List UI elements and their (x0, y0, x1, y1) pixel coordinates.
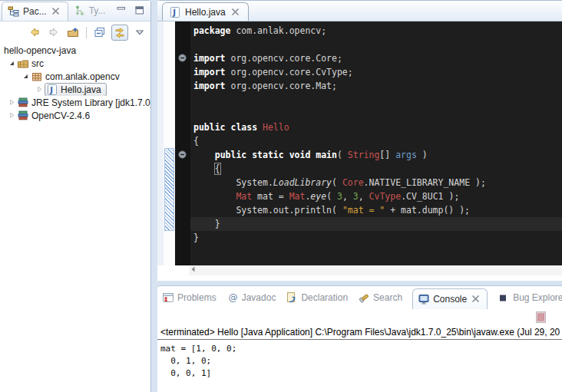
view-tab-pac[interactable]: Pac... (2, 2, 68, 21)
tree-expanded-arrow-icon[interactable] (8, 59, 17, 68)
view-window-buttons (115, 5, 146, 17)
code-segment: ( (337, 150, 348, 160)
bug-icon (498, 292, 510, 304)
view-tab-javadoc[interactable]: @Javadoc (226, 292, 276, 304)
code-segment: [] (379, 150, 395, 160)
code-segment: Hello (263, 122, 289, 133)
editor-hscroll-row (157, 265, 562, 281)
code-segment: public static void main (215, 150, 337, 160)
link-with-editor-button[interactable] (111, 25, 128, 41)
view-tab-label: Pac... (23, 6, 47, 17)
view-tab-label: Console (433, 294, 467, 305)
fold-collapse-icon[interactable] (178, 150, 190, 163)
code-segment: .NATIVE_LIBRARY_NAME ); (364, 177, 486, 188)
view-tab-declaration[interactable]: Declaration (286, 292, 348, 304)
fold-collapse-icon[interactable] (178, 54, 190, 66)
minimize-icon[interactable] (115, 5, 127, 17)
code-line-5: import org.opencv.core.Mat; (190, 79, 562, 93)
close-icon[interactable] (50, 5, 62, 18)
link-with-editor-icon (114, 26, 126, 38)
tree-collapsed-arrow-icon[interactable] (8, 111, 17, 120)
console-output[interactable]: mat = [1, 0, 0; 0, 1, 0; 0, 0, 1] (157, 343, 236, 380)
annotation-ruler[interactable] (164, 21, 175, 265)
view-tab-console[interactable]: Console (412, 288, 488, 309)
javadoc-icon: @ (226, 292, 239, 304)
code-segment: ) (417, 150, 428, 160)
close-icon[interactable] (230, 6, 242, 18)
folding-ruler[interactable] (175, 21, 190, 265)
code-line-2 (190, 38, 562, 51)
library-icon (17, 110, 29, 122)
console-output-line: 0, 1, 0; (160, 355, 236, 367)
code-line-16: } (190, 231, 562, 245)
back-icon (28, 26, 41, 38)
code-segment: org.opencv.core.Mat; (226, 81, 337, 91)
code-segment: System. (193, 177, 273, 188)
terminate-button[interactable] (536, 315, 548, 326)
tree-item-com-anlak-opencv[interactable]: com.anlak.opencv (0, 70, 150, 83)
code-line-3: import org.opencv.core.Core; (190, 51, 562, 65)
view-tab-search[interactable]: Search (358, 292, 402, 304)
code-segment: System.out.println( (193, 205, 342, 216)
code-segment (193, 163, 215, 174)
view-menu-button[interactable] (132, 25, 147, 40)
code-segment: com.anlak.opencv; (230, 25, 326, 36)
tree-collapsed-arrow-icon[interactable] (8, 98, 17, 107)
view-tab-bug-explorer[interactable]: Bug Explorer (498, 292, 562, 304)
java-file-icon: J (169, 6, 181, 18)
tree-expanded-arrow-icon[interactable] (21, 72, 31, 81)
editor-body: package com.anlak.opencv;import org.open… (157, 21, 562, 265)
tree-item-label: OpenCV-2.4.6 (29, 110, 92, 121)
tree-item-src[interactable]: src (0, 57, 150, 70)
view-tab-label: Search (373, 292, 402, 303)
code-segment: CvType (369, 191, 402, 202)
code-segment: 3 (353, 191, 359, 202)
close-icon[interactable] (470, 293, 482, 305)
code-segment: { (215, 163, 220, 174)
view-tab-ty[interactable]: Ty... (68, 1, 111, 21)
code-line-12: System.LoadLibrary( Core.NATIVE_LIBRARY_… (190, 176, 562, 189)
code-line-9: { (190, 134, 562, 148)
scroll-left-arrow-icon[interactable] (189, 265, 201, 277)
problems-icon (162, 292, 174, 304)
package-explorer-view: Pac...Ty... hello-opencv-javasrccom.anla… (0, 0, 151, 392)
maximize-icon[interactable] (134, 5, 146, 17)
tree-item-hello-opencv-java[interactable]: hello-opencv-java (0, 44, 150, 57)
console-output-line: mat = [1, 0, 0; (160, 343, 236, 355)
tree-item-jre-system-library-jdk1-7-0_25-[interactable]: JRE System Library [jdk1.7.0_25] (0, 96, 150, 109)
back-button[interactable] (27, 25, 42, 40)
code-segment: } (193, 232, 199, 243)
svg-text:J: J (172, 8, 176, 16)
bottom-tabbar: Problems@JavadocDeclarationSearchConsole… (157, 286, 562, 309)
go-into-icon (67, 26, 79, 38)
code-segment: args (395, 150, 417, 160)
tree-item-hello-java[interactable]: JHello.java (0, 83, 150, 96)
code-segment: ( (326, 191, 337, 202)
editor-tab-hello-java[interactable]: J Hello.java (162, 2, 249, 21)
code-line-14: System.out.println( "mat = " + mat.dump(… (190, 203, 562, 217)
editor-tab-label: Hello.java (185, 7, 226, 18)
code-segment: Mat (289, 191, 306, 202)
view-tab-label: Javadoc (242, 292, 276, 303)
horizontal-scrollbar[interactable] (189, 265, 562, 275)
view-tab-problems[interactable]: Problems (162, 292, 217, 304)
console-icon (418, 293, 430, 305)
code-line-7 (190, 107, 562, 120)
code-segment: Mat (236, 191, 252, 202)
code-line-15: } (190, 217, 562, 231)
tree-item-opencv-2-4-6[interactable]: OpenCV-2.4.6 (0, 109, 150, 122)
package-icon (31, 71, 43, 83)
view-tab-label: Declaration (301, 292, 348, 303)
view-tab-label: Ty... (89, 5, 106, 16)
code-segment: , (342, 191, 353, 202)
go-into-button[interactable] (65, 25, 81, 40)
console-output-line: 0, 0, 1] (160, 367, 236, 380)
code-text-area[interactable]: package com.anlak.opencv;import org.open… (190, 21, 562, 265)
code-segment: Core (342, 177, 364, 188)
code-segment: "mat = " (342, 205, 385, 216)
collapse-all-button[interactable] (92, 25, 107, 40)
tree-collapsed-arrow-icon[interactable] (35, 85, 45, 94)
forward-icon (48, 26, 60, 38)
package-explorer-icon (8, 5, 20, 18)
forward-button[interactable] (46, 25, 61, 40)
